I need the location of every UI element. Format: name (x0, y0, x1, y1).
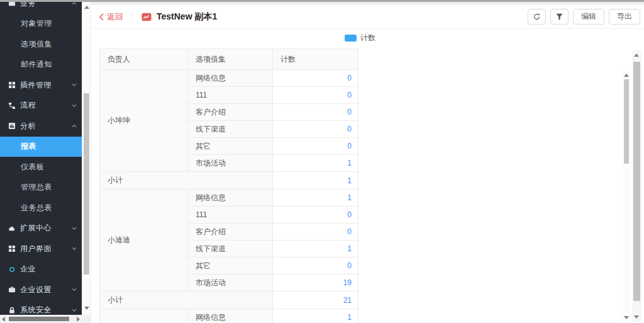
sidebar-item[interactable]: 选项值集 (0, 34, 82, 55)
toolbar-actions: 编辑 导出 (528, 9, 640, 25)
toolbar-divider (132, 12, 133, 22)
owner-cell (100, 309, 188, 323)
column-header: 计数 (273, 49, 358, 70)
edit-button[interactable]: 编辑 (573, 9, 604, 25)
chevron-down-icon (71, 286, 77, 293)
table-row: 小迪迪网络信息1 (100, 190, 358, 207)
scroll-down-icon[interactable] (84, 307, 89, 310)
sidebar-item[interactable]: 分析 (0, 116, 82, 137)
count-value-link[interactable]: 0 (273, 258, 358, 275)
count-value-link[interactable]: 1 (273, 309, 358, 323)
count-value-link[interactable]: 0 (273, 207, 358, 224)
sidebar-item[interactable]: 报表 (0, 137, 82, 157)
grid-icon (8, 81, 16, 89)
sidebar-item-label: 企业 (20, 264, 36, 275)
scroll-up-icon[interactable] (624, 74, 629, 77)
legend-swatch (345, 35, 357, 42)
page-vertical-scrollbar[interactable] (632, 50, 641, 322)
sidebar-item-label: 插件管理 (20, 80, 52, 91)
sidebar-item[interactable]: 对象管理 (0, 14, 82, 35)
chevron-up-icon (71, 123, 77, 129)
sidebar-item-label: 业务总表 (21, 203, 52, 213)
chart-icon (8, 122, 16, 130)
chevron-up-icon (71, 2, 77, 6)
back-chevron-icon (99, 13, 104, 21)
sidebar-item[interactable]: 业务总表 (0, 198, 82, 218)
option-set-cell: 111 (188, 207, 273, 224)
sidebar-item-label: 管理总表 (21, 182, 52, 193)
subtotal-label-cell: 小计 (100, 292, 273, 309)
subtotal-value-link[interactable]: 1 (273, 172, 358, 190)
refresh-button[interactable] (528, 9, 546, 25)
subtotal-label-cell: 小计 (100, 172, 273, 190)
option-set-cell: 其它 (188, 258, 273, 275)
count-value-link[interactable]: 0 (273, 87, 358, 104)
subtotal-value-link[interactable]: 21 (273, 292, 358, 309)
sidebar-vertical-scrollbar[interactable] (82, 2, 91, 315)
owner-cell: 小迪迪 (100, 190, 188, 292)
scroll-down-icon[interactable] (624, 316, 629, 319)
legend-label: 计数 (360, 33, 375, 43)
count-value-link[interactable]: 1 (273, 241, 358, 258)
option-set-cell: 市场活动 (188, 155, 273, 172)
sidebar-item[interactable]: 企业 (0, 259, 82, 280)
sidebar-item[interactable]: 扩展中心 (0, 218, 82, 239)
sidebar-item[interactable]: 系统安全 (0, 300, 82, 315)
report-icon (142, 13, 152, 21)
scroll-down-icon[interactable] (634, 315, 639, 319)
count-value-link[interactable]: 1 (273, 190, 358, 207)
sidebar-horizontal-scrollbar[interactable] (0, 315, 82, 323)
sidebar-item[interactable]: 插件管理 (0, 75, 82, 96)
chevron-down-icon (71, 246, 77, 252)
sidebar-item-label: 业务 (20, 2, 36, 9)
sidebar-item-label: 对象管理 (21, 18, 52, 29)
count-value-link[interactable]: 19 (273, 275, 358, 292)
sidebar-item[interactable]: 业务 (0, 2, 82, 14)
report-table: 负责人选项值集计数 小坤坤网络信息01110客户介绍0线下渠道0其它0市场活动1… (99, 48, 358, 323)
flow-icon (8, 102, 16, 110)
filter-button[interactable] (550, 9, 569, 25)
sidebar-item-label: 邮件通知 (21, 59, 52, 70)
back-label: 返回 (107, 11, 123, 23)
column-header: 选项值集 (188, 49, 273, 70)
count-value-link[interactable]: 0 (273, 70, 358, 87)
back-link[interactable]: 返回 (99, 11, 123, 23)
count-value-link[interactable]: 0 (273, 104, 358, 121)
sidebar-item[interactable]: 流程 (0, 96, 82, 116)
sidebar-vertical-scrollbar-thumb[interactable] (84, 93, 89, 275)
briefcase-icon (8, 286, 16, 293)
sidebar-item[interactable]: 管理总表 (0, 178, 82, 198)
filter-icon (555, 13, 564, 21)
table-row: 小坤坤网络信息0 (100, 70, 358, 87)
chevron-down-icon (71, 103, 77, 109)
table-header-row: 负责人选项值集计数 (100, 49, 358, 70)
scroll-left-icon[interactable] (2, 317, 5, 322)
count-value-link[interactable]: 0 (273, 121, 358, 138)
sidebar-horizontal-scrollbar-thumb[interactable] (9, 317, 69, 321)
sidebar-item[interactable]: 用户界面 (0, 239, 82, 259)
count-value-link[interactable]: 0 (273, 138, 358, 155)
table-vertical-scrollbar[interactable] (623, 71, 630, 322)
scroll-right-icon[interactable] (77, 317, 80, 322)
toolbar: 返回 TestNew 副本1 编辑 导出 (91, 5, 644, 29)
page-vertical-scrollbar-thumb[interactable] (633, 62, 640, 301)
chart-legend: 计数 (91, 33, 629, 43)
scroll-up-icon[interactable] (84, 6, 89, 9)
chevron-down-icon (71, 225, 77, 232)
option-set-cell: 线下渠道 (188, 121, 273, 138)
count-value-link[interactable]: 0 (273, 224, 358, 241)
table-vertical-scrollbar-thumb[interactable] (624, 79, 629, 164)
sidebar-item[interactable]: 企业设置 (0, 280, 82, 300)
scroll-up-icon[interactable] (634, 54, 639, 57)
sidebar-item-label: 报表 (21, 141, 36, 152)
lock-icon (8, 307, 16, 314)
sidebar-item[interactable]: 仪表板 (0, 157, 82, 178)
sidebar-item[interactable]: 邮件通知 (0, 55, 82, 76)
main-panel: 返回 TestNew 副本1 编辑 导出 计数 负责人选项值集计数 小坤坤网络信… (91, 5, 644, 323)
window-top-strip (0, 0, 644, 2)
export-button[interactable]: 导出 (609, 9, 640, 25)
report-table-wrap: 负责人选项值集计数 小坤坤网络信息01110客户介绍0线下渠道0其它0市场活动1… (99, 48, 358, 323)
circle-icon (8, 266, 16, 273)
count-value-link[interactable]: 1 (273, 155, 358, 172)
table-row: 网络信息1 (100, 309, 358, 323)
